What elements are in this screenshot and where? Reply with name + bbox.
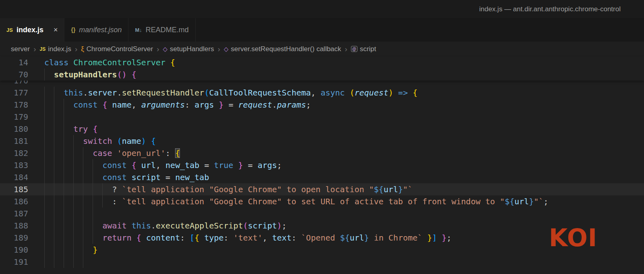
code-text (44, 256, 644, 268)
code-editor[interactable]: 14class ChromeControlServer {70 setupHan… (0, 56, 644, 274)
indent-guide (83, 220, 83, 232)
code-line-187[interactable]: 187 (0, 208, 644, 220)
code-line-190[interactable]: 190 } (0, 244, 644, 256)
indent-guide (44, 99, 45, 111)
indent-guide (73, 244, 74, 256)
line-number: 178 (0, 99, 28, 111)
code-line-189[interactable]: 189 return { content: [{ type: 'text', t… (0, 232, 644, 244)
indent-guide (64, 99, 64, 111)
code-line-180[interactable]: 180 try { (0, 123, 644, 135)
indent-guide (54, 208, 54, 220)
indent-guide (73, 232, 74, 244)
tab-README.md[interactable]: M↓README.md (128, 18, 195, 42)
json-file-icon: {} (71, 27, 75, 33)
indent-guide (83, 208, 83, 220)
code-line-188[interactable]: 188 await this.executeAppleScript(script… (0, 220, 644, 232)
breadcrumb-item-script[interactable]: @script (351, 45, 376, 53)
code-line-179[interactable]: 179 (0, 111, 644, 123)
code-text: class ChromeControlServer { (44, 56, 644, 68)
indent-guide (64, 256, 64, 268)
line-number: 180 (0, 123, 28, 135)
code-text: try { (44, 123, 644, 135)
breadcrumb-item-index.js[interactable]: JSindex.js (40, 45, 71, 53)
code-text: const { name, arguments: args } = reques… (44, 99, 644, 111)
indent-guide (102, 183, 103, 195)
line-number: 187 (0, 208, 28, 220)
indent-guide (83, 183, 83, 195)
indent-guide (73, 147, 74, 159)
breadcrumb: server›JSindex.js›ξChromeControlServer›◇… (0, 42, 644, 56)
partial-scrolled-line: 176 (0, 81, 644, 87)
indent-guide (44, 183, 45, 195)
indent-guide (73, 135, 74, 147)
chevron-right-icon: › (217, 45, 221, 54)
indent-guide (54, 111, 54, 123)
indent-guide (54, 232, 54, 244)
line-number: 185 (0, 183, 28, 195)
indent-guide (73, 195, 74, 208)
tab-manifest.json[interactable]: {}manifest.json (64, 18, 128, 42)
code-line-176[interactable]: 176 (0, 81, 644, 87)
indent-guide (44, 232, 45, 244)
indent-guide (64, 171, 64, 183)
code-text: switch (name) { (44, 135, 644, 147)
window-title: index.js — ant.dir.ant.anthropic.chrome-… (479, 5, 621, 13)
indent-guide (64, 232, 64, 244)
breadcrumb-item-server.setRequestHandler() callback[interactable]: ◇server.setRequestHandler() callback (224, 45, 341, 53)
code-line-178[interactable]: 178 const { name, arguments: args } = re… (0, 99, 644, 111)
indent-guide (54, 123, 54, 135)
line-number: 188 (0, 220, 28, 232)
code-line-177[interactable]: 177 this.server.setRequestHandler(CallTo… (0, 87, 644, 99)
indent-guide (54, 220, 54, 232)
breadcrumb-item-ChromeControlServer[interactable]: ξChromeControlServer (81, 45, 153, 53)
code-line-181[interactable]: 181 switch (name) { (0, 135, 644, 147)
indent-guide (54, 171, 54, 183)
indent-guide (73, 256, 74, 268)
code-line-182[interactable]: 182 case 'open_url': { (0, 147, 644, 159)
breadcrumb-label: server.setRequestHandler() callback (231, 45, 341, 53)
line-number: 184 (0, 171, 28, 183)
indent-guide (93, 171, 93, 183)
code-text: this.server.setRequestHandler(CallToolRe… (44, 87, 644, 99)
method-icon: ◇ (224, 46, 229, 52)
line-number: 14 (0, 56, 28, 68)
indent-guide (44, 159, 45, 171)
line-number: 181 (0, 135, 28, 147)
indent-guide (73, 159, 74, 171)
code-line-185[interactable]: 185 ? `tell application "Google Chrome" … (0, 183, 644, 195)
indent-guide (93, 232, 93, 244)
code-line-184[interactable]: 184 const script = new_tab (0, 171, 644, 183)
line-number: 190 (0, 244, 28, 256)
js-icon: JS (40, 47, 46, 52)
indent-guide (64, 123, 64, 135)
code-text (44, 111, 644, 123)
indent-guide (54, 256, 54, 268)
indent-guide (44, 123, 45, 135)
indent-guide (44, 220, 45, 232)
indent-guide (93, 159, 93, 171)
indent-guide (83, 232, 83, 244)
line-number: 179 (0, 111, 28, 123)
code-line-186[interactable]: 186 : `tell application "Google Chrome" … (0, 195, 644, 208)
breadcrumb-label: setupHandlers (170, 45, 214, 53)
line-number: 70 (0, 68, 28, 81)
code-line-70[interactable]: 70 setupHandlers() { (0, 68, 644, 81)
breadcrumb-item-server[interactable]: server (11, 45, 30, 53)
indent-guide (73, 171, 74, 183)
code-lines: 177 this.server.setRequestHandler(CallTo… (0, 87, 644, 268)
indent-guide (64, 135, 64, 147)
chevron-right-icon: › (74, 45, 78, 54)
code-text: case 'open_url': { (44, 147, 644, 159)
indent-guide (64, 159, 64, 171)
koi-watermark: KOI (549, 224, 597, 252)
code-line-191[interactable]: 191 (0, 256, 644, 268)
line-number: 186 (0, 195, 28, 208)
title-bar: index.js — ant.dir.ant.anthropic.chrome-… (0, 0, 644, 18)
code-line-14[interactable]: 14class ChromeControlServer { (0, 56, 644, 68)
tab-index.js[interactable]: JSindex.js× (0, 18, 64, 42)
code-line-183[interactable]: 183 const { url, new_tab = true } = args… (0, 159, 644, 171)
chevron-right-icon: › (155, 45, 160, 54)
breadcrumb-item-setupHandlers[interactable]: ◇setupHandlers (163, 45, 214, 53)
indent-guide (44, 87, 45, 99)
close-icon[interactable]: × (54, 26, 58, 34)
